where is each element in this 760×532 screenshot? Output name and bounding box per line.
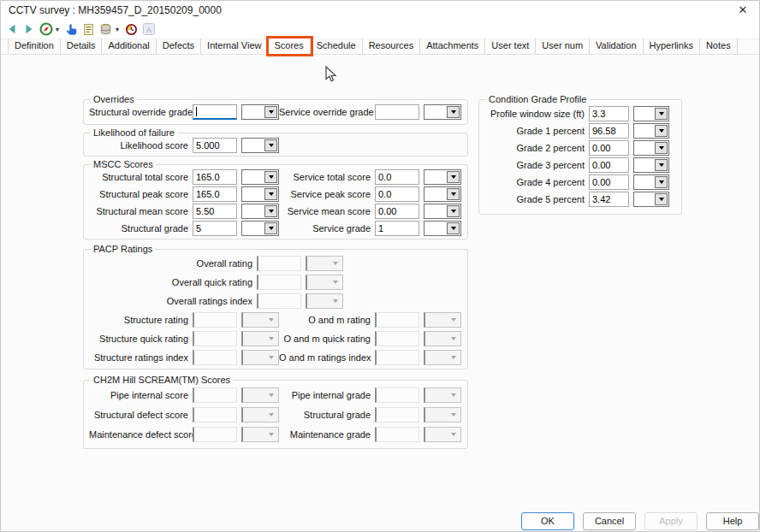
tab-resources[interactable]: Resources [363,38,421,54]
service-mean-score-combo[interactable] [424,204,461,219]
chevron-down-icon[interactable] [655,176,668,188]
service-override-grade-input[interactable] [375,104,419,120]
service-peak-score-combo[interactable] [424,186,461,202]
chevron-down-icon [447,352,460,364]
database-dropdown-icon[interactable]: ▾ [116,22,122,37]
chevron-down-icon[interactable] [655,125,668,137]
structural-total-score-input[interactable] [193,169,237,185]
structural-grade-input[interactable] [193,221,237,236]
field-label: O and m ratings index [279,352,375,363]
select-hand-icon[interactable] [64,22,79,37]
chevron-down-icon[interactable] [447,188,460,200]
structure-ratings-index-input [193,350,237,365]
tab-defects[interactable]: Defects [157,38,201,54]
structural-grade-combo[interactable] [241,221,279,236]
back-icon[interactable] [4,22,19,37]
history-clock-icon[interactable] [124,22,139,37]
profile-window-size-input[interactable] [589,106,629,121]
chevron-down-icon[interactable] [655,159,668,171]
grade-3-percent-input[interactable] [589,157,629,173]
service-grade-combo[interactable] [424,221,461,236]
database-icon[interactable] [98,22,113,37]
service-peak-score-input[interactable] [375,186,419,202]
service-override-grade-combo[interactable] [424,104,461,120]
grade-2-percent-input[interactable] [589,140,629,156]
grade-4-percent-input[interactable] [589,174,629,190]
tab-attachments[interactable]: Attachments [420,38,485,54]
structural-override-grade-input[interactable] [193,104,237,120]
grade-1-percent-combo[interactable] [633,123,669,139]
tab-internal-view[interactable]: Internal View [201,38,268,54]
apply-button: Apply [644,512,698,530]
chevron-down-icon[interactable] [264,106,277,118]
chevron-down-icon [264,314,277,326]
navigate-compass-icon[interactable] [39,22,53,37]
field-label: Service override grade [279,107,375,117]
chevron-down-icon[interactable] [655,108,668,120]
structural-override-grade-combo[interactable] [241,104,279,120]
service-total-score-combo[interactable] [424,169,461,185]
structural-mean-score-input[interactable] [193,204,237,219]
navigate-dropdown-icon[interactable]: ▾ [56,22,62,37]
grade-2-percent-combo[interactable] [633,140,669,156]
forward-icon[interactable] [21,22,36,37]
structural-total-score-combo[interactable] [241,169,279,185]
chevron-down-icon[interactable] [447,222,460,234]
ok-button[interactable]: OK [521,512,574,530]
tab-details[interactable]: Details [61,38,103,54]
field-row: Maintenance defect score Maintenance gra… [89,427,462,442]
tab-scores[interactable]: Scores [269,38,311,54]
field-label: Structure ratings index [89,352,193,363]
structural-peak-score-combo[interactable] [241,186,279,202]
field-row: Structure ratings index O and m ratings … [89,350,462,365]
service-grade-input[interactable] [375,221,419,236]
grade-3-percent-combo[interactable] [633,157,669,173]
field-label: Profile window size (ft) [484,109,589,119]
tab-user-num[interactable]: User num [536,38,590,54]
o-and-m-quick-rating-input [375,331,419,346]
toolbar: ▾ ▾ [1,20,759,38]
chevron-down-icon[interactable] [447,106,460,118]
field-row: Structure quick rating O and m quick rat… [89,331,462,346]
chevron-down-icon[interactable] [264,188,277,200]
cctv-survey-window: CCTV survey : MH359457_D_20150209_0000 ✕… [0,0,760,532]
grade-5-percent-input[interactable] [589,192,629,207]
maintenance-defect-score-combo [241,427,279,442]
chevron-down-icon[interactable] [264,222,277,234]
tab-validation[interactable]: Validation [590,38,644,54]
help-button[interactable]: Help [706,512,759,530]
cancel-button[interactable]: Cancel [583,512,636,530]
profile-window-size-combo[interactable] [633,106,669,121]
chevron-down-icon[interactable] [264,171,277,183]
chevron-down-icon[interactable] [447,171,460,183]
structural-mean-score-combo[interactable] [241,204,279,219]
grade-4-percent-combo[interactable] [633,174,669,190]
chevron-down-icon [447,314,460,326]
grade-1-percent-input[interactable] [589,123,629,139]
tab-schedule[interactable]: Schedule [311,38,363,54]
grade-5-percent-combo[interactable] [633,192,669,207]
tab-additional[interactable]: Additional [102,38,156,54]
tab-notes[interactable]: Notes [700,38,738,54]
tab-hyperlinks[interactable]: Hyperlinks [644,38,700,54]
structural-peak-score-input[interactable] [193,186,237,202]
condition-grade-profile-group: Condition Grade Profile Profile window s… [478,94,682,215]
chevron-down-icon[interactable] [655,142,668,154]
chevron-down-icon[interactable] [655,193,668,205]
o-and-m-quick-rating-combo [424,331,461,346]
scream-scores-group: CH2M Hill SCREAM(TM) Scores Pipe interna… [83,375,468,449]
likelihood-score-combo[interactable] [241,138,279,153]
tab-definition[interactable]: Definition [8,38,61,54]
tab-user-text[interactable]: User text [485,38,536,54]
chevron-down-icon[interactable] [264,139,277,151]
service-total-score-input[interactable] [375,169,419,185]
service-mean-score-input[interactable] [375,204,419,219]
chevron-down-icon[interactable] [447,205,460,217]
field-label: Grade 5 percent [484,194,589,204]
close-icon[interactable]: ✕ [733,2,752,19]
pipe-internal-score-combo [241,387,279,403]
likelihood-score-input[interactable] [193,138,237,153]
chevron-down-icon [264,429,277,440]
chevron-down-icon[interactable] [264,205,277,217]
notes-document-icon[interactable] [81,22,96,37]
